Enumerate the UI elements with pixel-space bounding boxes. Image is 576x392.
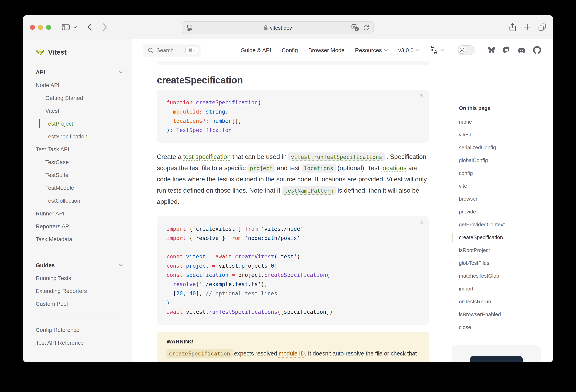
navbar-divider xyxy=(451,45,451,55)
outline-item-isbrowserenabled[interactable]: isBrowserEnabled xyxy=(459,308,553,321)
sidebar-nav: APINode APIGetting StartedVitestTestProj… xyxy=(36,66,123,349)
sidebar-item-running-tests[interactable]: Running Tests xyxy=(36,272,123,284)
code-line: resolve('./example.test.ts'), xyxy=(167,280,419,289)
code-link[interactable]: runTestSpecifications xyxy=(209,308,277,315)
language-menu[interactable]: x A xyxy=(430,46,444,54)
mastodon-icon[interactable]: m xyxy=(503,46,510,54)
outline-item-globalconfig[interactable]: globalConfig xyxy=(459,154,553,167)
outline-item-ontestsrerun[interactable]: onTestsRerun xyxy=(459,295,553,308)
sidebar-item-test-task-api[interactable]: Test Task API xyxy=(36,143,123,156)
sidebar-item-reporters-api[interactable]: Reporters API xyxy=(36,220,123,233)
outline-list: namevitestserializedConfigglobalConfigco… xyxy=(452,116,553,334)
search-button[interactable]: Search ⌘K xyxy=(143,44,201,57)
outline-item-vitest[interactable]: vitest xyxy=(459,128,553,141)
sidebar-item-testmodule[interactable]: TestModule xyxy=(45,181,123,194)
code-line: await vitest.runTestSpecifications([spec… xyxy=(167,307,419,317)
sidebar-item-extending-reporters[interactable]: Extending Reporters xyxy=(36,284,123,297)
chevron-down-icon xyxy=(384,49,388,51)
nav-link-label: Resources xyxy=(355,47,382,53)
github-icon[interactable] xyxy=(533,46,541,54)
outline-item-vite[interactable]: vite xyxy=(459,180,553,193)
sidebar-item-vitest[interactable]: Vitest xyxy=(45,104,123,117)
sidebar-item-test-api-reference[interactable]: Test API Reference xyxy=(36,336,123,349)
bluesky-icon[interactable] xyxy=(488,47,495,54)
sidebar-section-guides[interactable]: Guides xyxy=(36,259,123,272)
outline-item-name[interactable]: name xyxy=(459,116,553,128)
social-links: m xyxy=(488,46,541,54)
theme-toggle[interactable] xyxy=(458,45,475,55)
sponsor-card[interactable]: </> xyxy=(452,345,541,362)
sidebar-item-testsuite[interactable]: TestSuite xyxy=(45,169,123,181)
doc-link[interactable]: module ID xyxy=(279,350,305,357)
browser-window: vitest.dev A x xyxy=(23,15,553,362)
svg-text:A: A xyxy=(434,49,437,54)
outline-item-serializedconfig[interactable]: serializedConfig xyxy=(459,141,553,154)
code-line xyxy=(167,243,419,252)
svg-text:x: x xyxy=(431,47,433,52)
chevron-down-icon xyxy=(119,71,123,73)
code-language-badge: ts xyxy=(420,93,423,98)
code-line: const vitest = await createVitest('test'… xyxy=(167,252,419,261)
inline-code: createSpecification xyxy=(167,349,232,358)
code-search-illustration: </> xyxy=(470,356,523,362)
outline-item-createspecification[interactable]: createSpecification xyxy=(459,231,553,244)
nav-link-resources[interactable]: Resources xyxy=(355,47,388,53)
discord-icon[interactable] xyxy=(518,46,526,54)
sidebar-item-runner-api[interactable]: Runner API xyxy=(36,207,123,220)
inline-code-link[interactable]: vitest.runTestSpecifications xyxy=(288,152,384,161)
translate-language-icon: x A xyxy=(430,46,438,54)
traffic-lights xyxy=(30,25,51,30)
outline-item-isrootproject[interactable]: isRootProject xyxy=(459,244,553,257)
url-text: vitest.dev xyxy=(270,25,292,31)
outline-item-matchestestglob[interactable]: matchesTestGlob xyxy=(459,270,553,282)
outline-item-close[interactable]: close xyxy=(459,321,553,334)
vitest-logo[interactable]: Vitest xyxy=(36,45,67,60)
page-heading: createSpecification xyxy=(157,75,429,86)
translate-icon[interactable]: A x xyxy=(351,24,359,33)
address-bar[interactable]: vitest.dev A x xyxy=(182,21,374,34)
outline-item-getprovidedcontext[interactable]: getProvidedContext xyxy=(459,218,553,231)
share-icon[interactable] xyxy=(509,23,516,32)
tab-overview-icon[interactable] xyxy=(538,23,546,31)
doc-link[interactable]: test specification xyxy=(183,153,231,160)
sidebar-item-testcase[interactable]: TestCase xyxy=(45,156,123,169)
sidebar-subgroup: Getting StartedVitestTestProjectTestSpec… xyxy=(39,91,123,143)
close-window-button[interactable] xyxy=(30,25,35,30)
minimize-window-button[interactable] xyxy=(38,25,43,30)
sidebar-item-node-api[interactable]: Node API xyxy=(36,79,123,91)
warning-title: WARNING xyxy=(167,338,419,345)
reload-icon[interactable] xyxy=(363,24,370,33)
outline-item-provide[interactable]: provide xyxy=(459,206,553,218)
svg-text:m: m xyxy=(505,48,508,52)
back-button[interactable] xyxy=(87,23,92,31)
sidebar-section-label: Guides xyxy=(36,259,55,272)
zoom-window-button[interactable] xyxy=(46,25,51,30)
sidebar-divider xyxy=(36,60,128,61)
outline-item-import[interactable]: import xyxy=(459,282,553,295)
outline-item-config[interactable]: config xyxy=(459,167,553,180)
doc-link[interactable]: locations xyxy=(381,164,406,171)
warning-callout: WARNING createSpecification expects reso… xyxy=(157,332,429,362)
sidebar-item-testcollection[interactable]: TestCollection xyxy=(45,194,123,207)
new-tab-icon[interactable] xyxy=(524,24,531,30)
sidebar-item-task-metadata[interactable]: Task Metadata xyxy=(36,233,123,245)
nav-link-guide-api[interactable]: Guide & API xyxy=(241,47,271,53)
code-line: ): TestSpecification xyxy=(167,126,419,135)
nav-link-browser-mode[interactable]: Browser Mode xyxy=(308,47,345,53)
sidebar-menu-chevron-icon[interactable] xyxy=(73,26,77,29)
sidebar-item-config-reference[interactable]: Config Reference xyxy=(36,323,123,336)
outline-item-globtestfiles[interactable]: globTestFiles xyxy=(459,257,553,270)
nav-link-v3-0-0[interactable]: v3.0.0 xyxy=(398,47,420,53)
outline-item-browser[interactable]: browser xyxy=(459,193,553,206)
sidebar-item-testproject[interactable]: TestProject xyxy=(45,117,123,130)
nav-link-config[interactable]: Config xyxy=(282,47,298,53)
inline-code-link[interactable]: testNamePattern xyxy=(282,186,336,195)
sidebar-item-testspecification[interactable]: TestSpecification xyxy=(45,130,123,143)
sidebar-item-getting-started[interactable]: Getting Started xyxy=(45,91,123,104)
sidebar-item-custom-pool[interactable]: Custom Pool xyxy=(36,297,123,310)
vitest-logo-icon xyxy=(36,48,45,57)
search-placeholder: Search xyxy=(156,47,182,53)
sidebar-toggle-icon[interactable] xyxy=(62,24,70,30)
sidebar-section-api[interactable]: API xyxy=(36,66,123,79)
forward-button[interactable] xyxy=(103,23,107,31)
